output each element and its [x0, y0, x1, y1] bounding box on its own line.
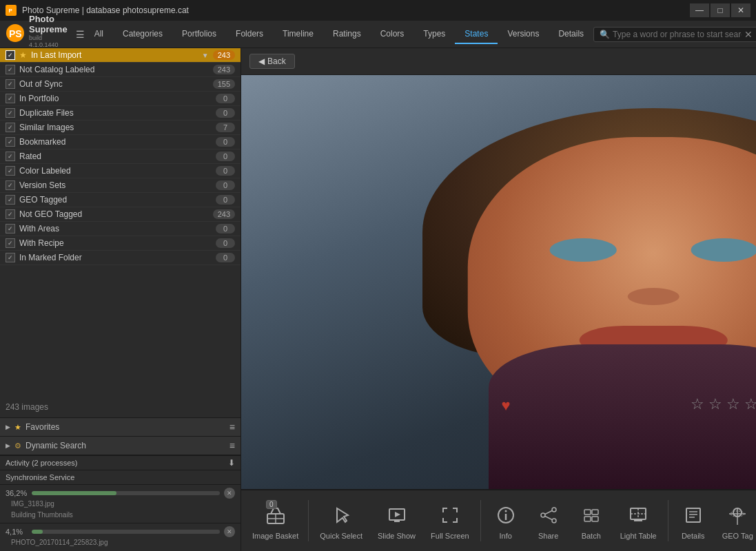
app-icon: P — [6, 5, 17, 16]
expand-icon: ▶ — [6, 442, 10, 449]
activity-label: Activity (2 processes) — [6, 459, 223, 467]
state-item-in-last-import[interactable]: ✓ ★ In Last Import ▼ 243 — [0, 48, 241, 63]
back-button[interactable]: ◀ Back — [249, 54, 295, 69]
check-icon: ✓ — [6, 50, 15, 60]
tab-timeline[interactable]: Timeline — [273, 25, 323, 44]
sync-label: Synchronise Service — [6, 473, 74, 481]
full-screen-button[interactable]: Full Screen — [424, 497, 476, 544]
state-label: Color Labeled — [19, 166, 212, 176]
state-item-geo-tagged[interactable]: ✓ GEO Tagged 0 — [0, 193, 241, 207]
content-area: ◀ Back ♥ — [241, 48, 756, 551]
state-item-bookmarked[interactable]: ✓ Bookmarked 0 — [0, 135, 241, 149]
svg-rect-19 — [584, 510, 591, 514]
count-badge: 243 — [213, 65, 235, 74]
search-clear-icon[interactable]: ✕ — [744, 29, 753, 40]
check-icon: ✓ — [6, 94, 15, 103]
panel-menu-icon[interactable]: ≡ — [229, 440, 235, 451]
progress-close-1[interactable]: ✕ — [224, 488, 235, 499]
progress-close-2[interactable]: ✕ — [224, 526, 235, 537]
tab-details[interactable]: Details — [549, 25, 593, 44]
favorites-panel[interactable]: ▶ ★ Favorites ≡ — [0, 418, 241, 437]
state-item-similar-images[interactable]: ✓ Similar Images 7 — [0, 121, 241, 135]
maximize-button[interactable]: □ — [711, 3, 730, 17]
state-label: In Marked Folder — [19, 253, 212, 262]
geo-tag-button[interactable]: GEO Tag — [715, 497, 756, 544]
count-badge: 0 — [216, 166, 235, 176]
state-label: Version Sets — [19, 180, 212, 190]
back-arrow-icon: ◀ — [258, 56, 265, 66]
check-icon: ✓ — [6, 209, 15, 219]
search-box: 🔍 ✕ — [593, 27, 756, 42]
state-item-color-labeled[interactable]: ✓ Color Labeled 0 — [0, 164, 241, 178]
state-item-out-of-sync[interactable]: ✓ Out of Sync 155 — [0, 77, 241, 92]
favorites-label: Favorites — [25, 422, 225, 432]
tab-categories[interactable]: Categories — [113, 25, 172, 44]
tab-folders[interactable]: Folders — [226, 25, 273, 44]
progress-fill-1 — [32, 491, 116, 495]
hamburger-menu[interactable]: ☰ — [76, 25, 85, 44]
state-item-with-areas[interactable]: ✓ With Areas 0 — [0, 222, 241, 236]
details-button[interactable]: Details — [673, 497, 714, 544]
state-item-duplicate-files[interactable]: ✓ Duplicate Files 0 — [0, 106, 241, 121]
progress-pct-2: 4,1% — [6, 528, 28, 536]
tab-versions[interactable]: Versions — [498, 25, 549, 44]
light-table-button[interactable]: Light Table — [613, 497, 664, 544]
state-item-not-catalog-labeled[interactable]: ✓ Not Catalog Labeled 243 — [0, 63, 241, 77]
count-badge: 0 — [216, 152, 235, 161]
tab-portfolios[interactable]: Portfolios — [172, 25, 226, 44]
portrait-body — [489, 344, 756, 489]
close-button[interactable]: ✕ — [731, 3, 750, 17]
separator-3 — [668, 500, 668, 541]
progress-track-1 — [32, 491, 220, 495]
count-badge: 243 — [213, 209, 235, 219]
svg-rect-20 — [592, 510, 598, 514]
slide-show-button[interactable]: Slide Show — [371, 497, 422, 544]
star-2-button[interactable]: ☆ — [707, 394, 724, 415]
tab-colors[interactable]: Colors — [371, 25, 414, 44]
progress-track-2 — [32, 530, 220, 534]
title-bar: P Photo Supreme | database photosupreme.… — [0, 0, 756, 21]
app-logo-icon: PS — [6, 23, 25, 45]
info-button[interactable]: Info — [485, 497, 527, 544]
expand-icon: ▶ — [6, 424, 10, 430]
state-item-version-sets[interactable]: ✓ Version Sets 0 — [0, 178, 241, 193]
state-item-not-geo-tagged[interactable]: ✓ Not GEO Tagged 243 — [0, 207, 241, 222]
search-input[interactable] — [613, 30, 742, 39]
action-bar: 0 Image Basket — [241, 489, 756, 551]
tab-all[interactable]: All — [85, 25, 113, 44]
count-badge: 0 — [216, 253, 235, 262]
back-bar: ◀ Back — [241, 48, 756, 75]
state-item-in-marked-folder[interactable]: ✓ In Marked Folder 0 — [0, 251, 241, 265]
quick-select-button[interactable]: Quick Select — [313, 497, 369, 544]
tab-ratings[interactable]: Ratings — [323, 25, 371, 44]
svg-text:PS: PS — [9, 28, 22, 39]
image-basket-button[interactable]: 0 Image Basket — [247, 497, 304, 544]
minimize-button[interactable]: — — [690, 3, 709, 17]
star-3-button[interactable]: ☆ — [725, 394, 742, 415]
batch-label: Batch — [582, 532, 601, 540]
state-label: Bookmarked — [19, 137, 212, 147]
dynamic-search-panel[interactable]: ▶ ⚙ Dynamic Search ≡ — [0, 437, 241, 455]
state-item-in-portfolio[interactable]: ✓ In Portfolio 0 — [0, 92, 241, 106]
progress-section-1: 36,2% ✕ IMG_3183.jpg Building Thumbnails — [0, 484, 241, 523]
basket-count: 0 — [266, 500, 277, 509]
heart-button[interactable]: ♥ — [495, 395, 517, 417]
image-area: ♥ ☆ ☆ ☆ ☆ ☆ ✕ — [241, 75, 756, 489]
state-item-rated[interactable]: ✓ Rated 0 — [0, 149, 241, 164]
state-item-with-recipe[interactable]: ✓ With Recipe 0 — [0, 236, 241, 251]
batch-button[interactable]: Batch — [571, 497, 612, 544]
share-button[interactable]: Share — [528, 497, 569, 544]
star-4-button[interactable]: ☆ — [743, 394, 756, 415]
state-label: In Portfolio — [19, 94, 212, 103]
filter-icon: ▼ — [202, 52, 209, 59]
download-icon[interactable]: ⬇ — [228, 458, 235, 468]
star-1-button[interactable]: ☆ — [689, 394, 706, 415]
svg-point-15 — [541, 513, 545, 517]
panel-menu-icon[interactable]: ≡ — [229, 422, 235, 433]
full-screen-icon — [436, 501, 464, 529]
tab-states[interactable]: States — [455, 25, 498, 44]
tab-types[interactable]: Types — [413, 25, 455, 44]
favorites-star-icon: ★ — [14, 423, 21, 432]
state-label: Duplicate Files — [19, 108, 212, 118]
dynamic-search-label: Dynamic Search — [25, 441, 225, 450]
